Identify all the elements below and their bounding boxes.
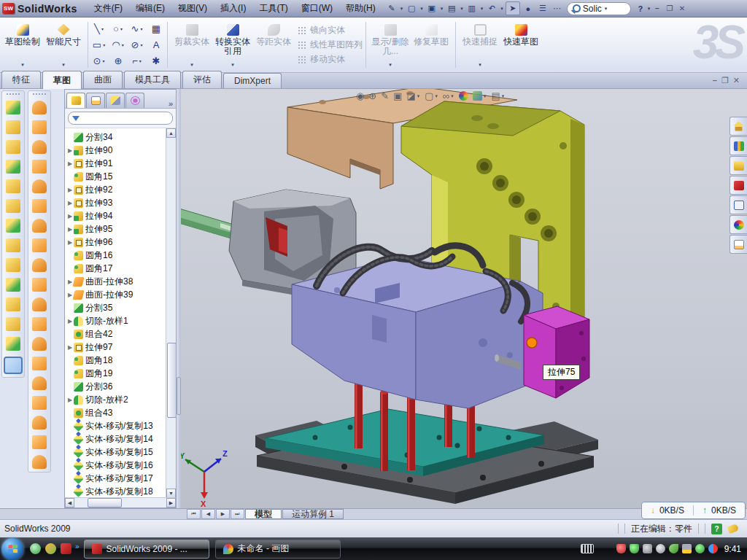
antivirus-shield-icon[interactable] [616, 544, 626, 553]
solidworks-quicklaunch-icon[interactable] [61, 543, 71, 554]
convert-entities-button[interactable]: 转换实体引用▾ [212, 20, 253, 70]
circle-icon[interactable]: ○▾ [109, 21, 128, 37]
tree-item[interactable]: 圆角19 [66, 367, 176, 380]
tree-item[interactable]: 组合43 [66, 406, 176, 419]
filled-surface-icon[interactable] [32, 199, 47, 213]
extend-surface-icon[interactable] [32, 337, 47, 351]
scroll-up-icon[interactable]: ▲ [166, 128, 176, 138]
keyboard-layout-icon[interactable] [581, 544, 594, 553]
planar-surface-icon[interactable] [32, 219, 47, 233]
tree-item[interactable]: 圆角17 [66, 262, 176, 275]
expand-arrow-icon[interactable]: ▶ [66, 318, 74, 324]
design-library-tab[interactable] [729, 136, 747, 155]
delete-body-icon[interactable] [6, 317, 20, 331]
scroll-right-icon[interactable]: ▶ [166, 498, 176, 508]
pin-icon-caret[interactable]: ▾ [400, 6, 403, 12]
delete-face-icon[interactable] [32, 298, 47, 311]
expand-arrow-icon[interactable]: ▶ [66, 213, 74, 219]
offset-surface-icon[interactable] [32, 258, 47, 272]
tree-item[interactable]: 分割34 [66, 131, 176, 144]
point-icon[interactable]: ✱ [147, 53, 166, 69]
view-orientation-icon[interactable]: ◪▾ [406, 90, 420, 101]
custom-properties-tab[interactable] [729, 235, 747, 254]
close-button[interactable]: ✕ [676, 3, 688, 14]
edit-appearance-icon[interactable] [459, 91, 468, 101]
instant3d-icon[interactable] [4, 357, 23, 374]
expand-arrow-icon[interactable]: ▶ [66, 344, 74, 351]
menu-item-4[interactable]: 工具(T) [252, 0, 294, 17]
propertymanager-tab[interactable] [86, 93, 105, 108]
selection-box-icon[interactable]: ▦ [147, 21, 166, 37]
rebuild-icon[interactable]: ● [522, 2, 535, 15]
tree-item[interactable]: 实体-移动/复制16 [66, 459, 176, 472]
security-center-icon[interactable] [695, 544, 705, 553]
trim-surface-icon[interactable] [32, 357, 47, 370]
display-style-icon[interactable]: ▢▾ [425, 90, 438, 101]
tree-item[interactable]: 实体-移动/复制14 [66, 432, 176, 446]
tree-vertical-scrollbar[interactable]: ▲ ▼ [166, 128, 176, 498]
sketch-fillet-icon[interactable]: ⌐▾ [128, 53, 147, 69]
line-icon[interactable]: ╲▾ [90, 21, 109, 37]
view-settings-icon[interactable]: ▤▾ [491, 90, 505, 101]
help-caret-icon[interactable]: ▾ [648, 6, 651, 12]
tree-item[interactable]: ▶拉伸92 [66, 183, 176, 196]
tree-item[interactable]: 实体-移动/复制18 [66, 485, 176, 498]
polygon-icon[interactable]: ⊕ [109, 53, 128, 69]
linear-pattern-icon[interactable] [6, 238, 20, 252]
extruded-cut-icon[interactable] [6, 120, 20, 134]
doc-minimize-button[interactable]: – [713, 76, 717, 85]
menu-item-5[interactable]: 窗口(W) [295, 0, 339, 17]
appearances-scenes-tab[interactable] [729, 215, 747, 234]
undo-icon-caret[interactable]: ▾ [500, 6, 503, 12]
zoom-fit-icon[interactable]: ◉ [356, 90, 364, 101]
hscroll-thumb[interactable] [88, 498, 122, 508]
boundary-surface-icon[interactable] [32, 160, 47, 174]
undo-icon[interactable]: ↶ [485, 2, 498, 15]
ellipse-icon-caret[interactable]: ▾ [140, 42, 142, 47]
tab-DimXpert[interactable]: DimXpert [223, 73, 282, 88]
view-settings-icon-caret[interactable]: ▾ [502, 93, 505, 99]
sketch-caret[interactable]: ▾ [21, 62, 24, 68]
draft-icon[interactable] [6, 219, 20, 233]
tree-item[interactable]: ▶切除-放样1 [66, 314, 176, 327]
print-icon-caret[interactable]: ▾ [481, 6, 484, 12]
magenta-block[interactable] [524, 306, 589, 398]
new-document-icon-caret[interactable]: ▾ [420, 6, 423, 12]
surface-spline-icon[interactable] [32, 455, 47, 469]
tree-item[interactable]: ▶拉伸90 [66, 144, 176, 157]
tree-item[interactable]: 实体-移动/复制15 [66, 446, 176, 459]
rectangle-icon-caret[interactable]: ▾ [103, 42, 105, 47]
dimxpertmanager-tab[interactable] [125, 93, 144, 108]
revolved-surface-icon[interactable] [32, 120, 47, 134]
last-tab-button[interactable]: ⏭ [231, 509, 244, 519]
expand-arrow-icon[interactable]: ▶ [66, 160, 74, 167]
select-arrow-icon[interactable]: ➤ [506, 1, 520, 15]
untrim-surface-icon[interactable] [32, 376, 47, 390]
sync-icon[interactable] [669, 544, 678, 553]
tree-item[interactable]: 分割36 [66, 380, 176, 393]
gift-icon[interactable] [643, 544, 652, 553]
convert-entities-caret[interactable]: ▾ [231, 62, 234, 68]
extruded-surface-icon[interactable] [32, 140, 47, 154]
tree-item[interactable]: 分割35 [66, 301, 176, 314]
next-tab-button[interactable]: ▶ [216, 509, 230, 519]
freeform-icon[interactable] [32, 238, 47, 252]
expand-arrow-icon[interactable]: ▶ [66, 226, 74, 233]
section-view-icon[interactable]: ▣ [393, 90, 402, 101]
status-help-button[interactable]: ? [711, 524, 722, 534]
chamfer-icon[interactable] [6, 160, 20, 174]
expand-arrow-icon[interactable]: ▶ [66, 200, 74, 206]
slot-icon-caret[interactable]: ▾ [102, 58, 104, 63]
rapid-sketch-button[interactable]: 快速草图 [500, 20, 541, 70]
tree-item[interactable]: ▶拉伸94 [66, 209, 176, 222]
model-tab-0[interactable]: 模型 [245, 509, 282, 519]
replace-face-icon[interactable] [32, 317, 47, 331]
fillet-icon[interactable] [6, 140, 20, 154]
save-icon-caret[interactable]: ▾ [460, 6, 463, 12]
ellipse-icon[interactable]: ⊘▾ [128, 37, 147, 53]
move-copy-bodies-icon[interactable] [6, 298, 20, 311]
split-icon[interactable] [6, 278, 20, 292]
search-caret-icon[interactable]: ▾ [605, 6, 608, 12]
tree-item[interactable]: ▶拉伸91 [66, 157, 176, 170]
combine-icon[interactable] [6, 258, 20, 272]
